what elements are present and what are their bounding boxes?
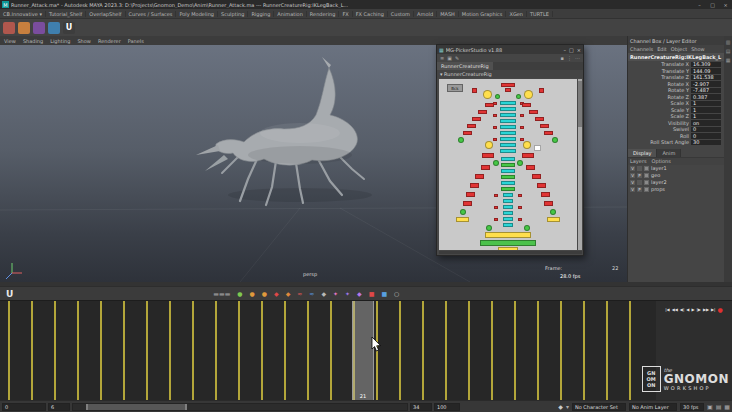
picker-options-icon[interactable]: ⋯ [575,55,580,61]
layer-color-swatch[interactable] [644,187,649,192]
shelf-tab-7[interactable]: Rigging [248,11,274,17]
picker-button-74[interactable] [518,206,522,209]
channel-value-field[interactable]: 1 [691,114,721,120]
picker-global-button[interactable] [498,247,518,250]
picker-hand-r[interactable] [552,137,558,143]
picker-button-66[interactable] [503,199,513,203]
picker-button-23[interactable] [520,126,524,129]
record-button[interactable]: ● [717,306,722,313]
picker-arm-r1[interactable] [522,103,531,107]
speed-slider-icon[interactable]: ▬▬▬ [213,290,230,297]
dot-orange2-icon[interactable]: ● [262,290,267,297]
square-red-icon[interactable]: ■ [369,290,375,297]
close-button[interactable]: × [719,2,732,8]
picker-clav-r[interactable] [516,94,521,99]
picker-pelvis-r[interactable] [522,153,534,158]
channel-value-field[interactable]: -7.487 [691,88,721,94]
picker-tab[interactable]: RunnerCreatureRig [437,62,493,70]
shelf-tab-12[interactable]: Custom [388,11,414,17]
picker-arm-l3[interactable] [472,117,481,121]
picker-arm-l2[interactable] [478,110,487,114]
picker-foot-l[interactable] [456,217,469,222]
picker-head[interactable] [505,88,511,92]
picker-ankle-l[interactable] [460,209,466,215]
layer-name[interactable]: layer1 [651,165,667,171]
layer-visibility-toggle[interactable]: V [630,166,635,171]
shelf-icon-red[interactable] [3,22,15,34]
picker-button-69[interactable] [503,217,513,221]
picker-hand-l[interactable] [458,137,464,143]
picker-lock-icon[interactable]: ▪ [561,55,564,61]
picker-ankle-r[interactable] [550,209,556,215]
picker-button-75[interactable] [494,218,498,221]
picker-button-73[interactable] [494,206,498,209]
picker-leg-l4[interactable] [466,192,475,197]
picker-window[interactable]: ▦ MG-PickerStudio v1.88 –□× ≡▣✎ ▪⋮⋯ Runn… [436,44,584,256]
character-set-menu[interactable]: No Character Set [572,403,626,411]
shelf-tab-15[interactable]: Motion Graphics [459,11,507,17]
layer-visibility-toggle[interactable]: V [630,187,635,192]
layer-menu-layers[interactable]: Layers [630,158,647,164]
picker-leg-r4[interactable] [541,192,550,197]
picker-arm-l1[interactable] [485,103,494,107]
shelf-icon-blue[interactable] [48,22,60,34]
picker-leg-l1[interactable] [481,165,490,170]
channel-value-field[interactable]: 144.09 [691,68,721,74]
picker-button-21[interactable] [520,114,524,117]
u-shelf-icon[interactable]: U [63,22,75,34]
picker-edit-icon[interactable]: ✎ [455,55,459,61]
channel-value-field[interactable]: 30 [691,140,721,146]
layer-color-swatch[interactable] [644,180,649,185]
picker-maximize-button[interactable]: □ [569,47,574,53]
channel-value-field[interactable]: 161.538 [691,75,721,81]
anim-end-field[interactable]: 100 [434,403,460,411]
channel-menu-channels[interactable]: Channels [630,46,653,52]
picker-shoulder-l[interactable] [472,88,477,93]
picker-pelvis-l[interactable] [482,153,494,158]
picker-back-button[interactable]: Bck [447,84,463,92]
picker-button-25[interactable] [520,138,524,141]
layer-playback-toggle[interactable] [637,166,642,171]
anim-prefs-icon[interactable]: ▤ [716,403,722,410]
picker-clav-l[interactable] [495,94,500,99]
picker-arm-r4[interactable] [540,124,549,128]
picker-leg-l3[interactable] [470,183,479,188]
picker-button-49[interactable] [501,181,515,185]
channel-box-dock-icon[interactable]: ▥ [726,39,731,45]
picker-leg-r3[interactable] [537,183,546,188]
viewport-menu-lighting[interactable]: Lighting [50,38,70,44]
picker-button-72[interactable] [518,194,522,197]
range-grip-right[interactable] [185,404,187,410]
play-backwards-button[interactable]: ◀ [686,307,689,312]
picker-button-24[interactable] [493,138,497,141]
shelf-icon-purple[interactable] [33,22,45,34]
picker-spine-7[interactable] [500,137,516,141]
picker-button-20[interactable] [493,114,497,117]
key-violet-icon[interactable]: ◆ [357,290,362,297]
shelf-tab-11[interactable]: FX Caching [353,11,388,17]
picker-leg-r1[interactable] [526,165,535,170]
layer-visibility-toggle[interactable]: V [630,173,635,178]
picker-button-22[interactable] [493,126,497,129]
star-purple-icon[interactable]: ✦ [345,290,350,297]
picker-eye-l[interactable] [483,90,492,99]
channel-value-field[interactable]: -2.907 [691,81,721,87]
selected-node-name[interactable]: RunnerCreatureRig:IKLegBack_L [628,53,724,61]
picker-leg-r5[interactable] [544,201,553,206]
go-to-start-button[interactable]: |◀ [665,307,669,312]
picker-spine-5[interactable] [500,125,516,129]
picker-more-icon[interactable]: ⋮ [567,55,572,61]
picker-hip-l[interactable] [485,141,493,149]
layer-name[interactable]: props [651,186,665,192]
viewport-menu-renderer[interactable]: Renderer [98,38,121,44]
picker-leg-l2[interactable] [475,174,484,179]
maximize-button[interactable]: □ [706,2,719,8]
key-gray-icon[interactable]: ◆ [321,290,326,297]
current-frame-scrubber[interactable]: 21 [352,301,374,400]
shelf-tab-10[interactable]: FX [339,11,352,17]
picker-button-70[interactable] [503,223,513,227]
shelf-tab-14[interactable]: MASH [437,11,459,17]
layer-editor-tab-display[interactable]: Display [628,149,657,157]
key-orange-icon[interactable]: ◆ [286,290,291,297]
channel-menu-show[interactable]: Show [691,46,705,52]
